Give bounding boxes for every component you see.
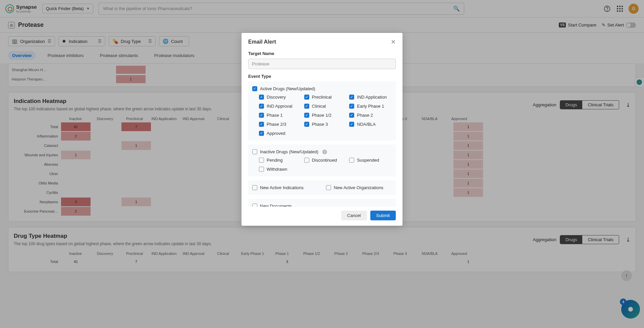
inactive-drugs-group: Inactive Drugs (New/Updated) i PendingDi… (248, 145, 396, 176)
new-documents-group: New Documents Clinical TrialsPatents (248, 199, 396, 207)
checkbox-icon: ✓ (304, 122, 309, 127)
checkbox-clinical[interactable]: ✓Clinical (304, 104, 347, 109)
checkbox-icon (304, 158, 309, 163)
checkbox-phase-1[interactable]: ✓Phase 1 (259, 113, 302, 118)
checkbox-pending[interactable]: Pending (259, 158, 302, 163)
checkbox-icon (252, 204, 257, 207)
checkbox-icon: ✓ (349, 104, 354, 109)
checkbox-icon: ✓ (304, 104, 309, 109)
checkbox-icon: ✓ (259, 95, 264, 100)
target-name-label: Target Name (248, 51, 396, 56)
checkbox-icon: ✓ (304, 95, 309, 100)
checkbox-phase-2-3[interactable]: ✓Phase 2/3 (259, 122, 302, 127)
checkbox-ind-application[interactable]: ✓IND Application (349, 95, 392, 100)
target-name-input (248, 59, 396, 69)
checkbox-inactive-drugs[interactable]: Inactive Drugs (New/Updated) i (252, 149, 392, 154)
checkbox-phase-3[interactable]: ✓Phase 3 (304, 122, 347, 127)
checkbox-icon (326, 185, 331, 190)
checkbox-phase-1-2[interactable]: ✓Phase 1/2 (304, 113, 347, 118)
checkbox-early-phase-1[interactable]: ✓Early Phase 1 (349, 104, 392, 109)
modal-title: Email Alert (248, 39, 276, 45)
active-drugs-group: ✓ Active Drugs (New/Updated) ✓Discovery✓… (248, 81, 396, 141)
checkbox-suspended[interactable]: Suspended (349, 158, 392, 163)
checkbox-icon: ✓ (259, 113, 264, 118)
checkbox-ind-approval[interactable]: ✓IND Approval (259, 104, 302, 109)
checkbox-discovery[interactable]: ✓Discovery (259, 95, 302, 100)
cancel-button[interactable]: Cancel (341, 211, 367, 220)
checkbox-icon: ✓ (252, 86, 257, 91)
checkbox-new-organizations[interactable]: New Active Organizations (326, 185, 392, 190)
email-alert-modal: Email Alert ✕ Target Name Event Type ✓ A… (241, 33, 402, 226)
submit-button[interactable]: Submit (370, 211, 396, 220)
checkbox-icon (252, 149, 257, 154)
checkbox-icon (349, 158, 354, 163)
checkbox-withdrawn[interactable]: Withdrawn (259, 167, 302, 172)
checkbox-icon: ✓ (349, 95, 354, 100)
checkbox-icon: ✓ (349, 113, 354, 118)
checkbox-icon: ✓ (304, 113, 309, 118)
checkbox-icon (259, 158, 264, 163)
checkbox-discontinued[interactable]: Discontinued (304, 158, 347, 163)
checkbox-icon (252, 185, 257, 190)
close-icon[interactable]: ✕ (391, 38, 396, 46)
event-type-label: Event Type (248, 74, 396, 79)
info-icon[interactable]: i (322, 150, 327, 154)
checkbox-phase-2[interactable]: ✓Phase 2 (349, 113, 392, 118)
checkbox-new-documents[interactable]: New Documents (252, 204, 392, 207)
checkbox-icon: ✓ (259, 131, 264, 136)
checkbox-new-indications[interactable]: New Active Indications (252, 185, 318, 190)
checkbox-icon (259, 167, 264, 172)
checkbox-active-drugs[interactable]: ✓ Active Drugs (New/Updated) (252, 86, 392, 91)
checkbox-nda-bla[interactable]: ✓NDA/BLA (349, 122, 392, 127)
checkbox-preclinical[interactable]: ✓Preclinical (304, 95, 347, 100)
checkbox-approved[interactable]: ✓Approved (259, 131, 302, 136)
checkbox-icon: ✓ (259, 104, 264, 109)
checkbox-icon: ✓ (349, 122, 354, 127)
new-active-group: New Active Indications New Active Organi… (248, 180, 396, 195)
checkbox-icon: ✓ (259, 122, 264, 127)
